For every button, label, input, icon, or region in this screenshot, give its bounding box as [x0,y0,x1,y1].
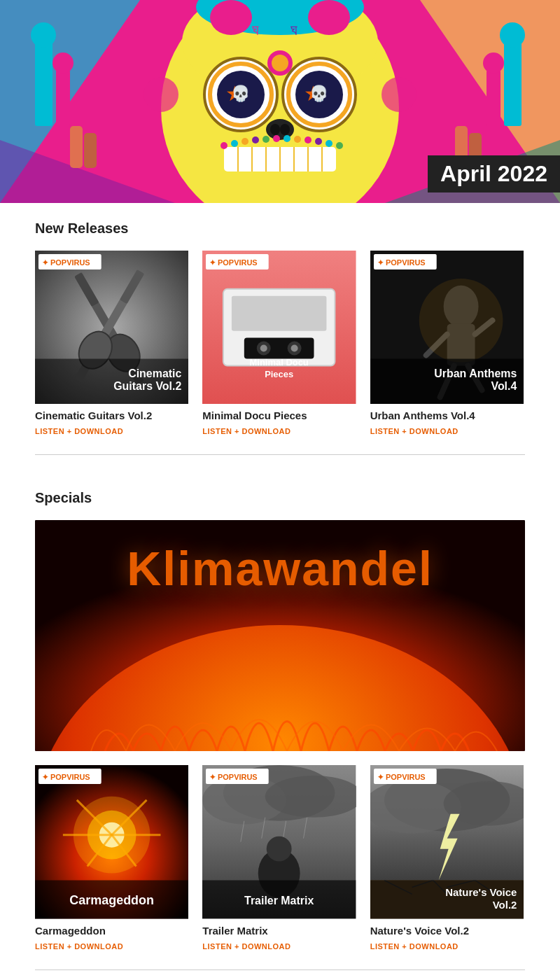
album-title-trailer: Trailer Matrix [202,925,356,937]
svg-text:Minimal Docu: Minimal Docu [250,357,309,368]
svg-point-8 [210,0,252,35]
album-title-cinematic: Cinematic Guitars Vol.2 [35,410,188,421]
svg-text:✦ POPVIRUS: ✦ POPVIRUS [209,258,258,267]
svg-point-94 [419,279,503,363]
listen-link-nature[interactable]: LISTEN + DOWNLOAD [370,942,458,951]
svg-text:💀: 💀 [231,84,251,103]
new-releases-title: New Releases [35,220,525,237]
specials-section: Specials [0,472,560,962]
svg-point-80 [260,345,267,352]
svg-point-35 [241,138,248,145]
svg-rect-78 [244,338,314,359]
svg-text:ঘ: ঘ [252,21,259,38]
svg-point-23 [270,124,280,135]
svg-point-50 [31,22,56,48]
svg-rect-55 [486,70,500,126]
svg-text:Urban Anthems: Urban Anthems [434,368,517,379]
section-divider-2 [35,969,525,970]
svg-rect-53 [504,42,522,126]
svg-text:✦ POPVIRUS: ✦ POPVIRUS [377,773,426,781]
new-releases-grid: Cinematic Guitars Vol.2 ✦ POPVIRUS Cinem… [35,251,525,437]
svg-text:Vol.2: Vol.2 [492,899,517,911]
listen-link-minimal[interactable]: LISTEN + DOWNLOAD [202,427,290,435]
album-title-nature: Nature's Voice Vol.2 [370,925,524,937]
svg-text:Nature's Voice: Nature's Voice [445,887,517,899]
svg-rect-58 [84,133,97,168]
svg-point-24 [280,124,290,135]
specials-grid: Carmageddon ✦ POPVIRUS Carmageddon LISTE… [35,765,525,951]
svg-text:✦ POPVIRUS: ✦ POPVIRUS [42,773,90,781]
svg-point-46 [382,77,416,112]
svg-text:✦ POPVIRUS: ✦ POPVIRUS [377,258,426,267]
hero-banner: ঘ ঘ ★ ★ 💀 💀 [0,0,560,203]
svg-rect-57 [70,126,83,168]
listen-link-trailer[interactable]: LISTEN + DOWNLOAD [202,942,290,951]
svg-point-127 [267,836,292,862]
svg-point-52 [52,52,74,74]
svg-point-33 [220,142,227,149]
date-badge: April 2022 [428,155,560,192]
svg-text:💀: 💀 [309,84,329,103]
svg-rect-51 [56,70,70,126]
listen-link-cinematic[interactable]: LISTEN + DOWNLOAD [35,427,123,435]
svg-text:✦ POPVIRUS: ✦ POPVIRUS [209,773,258,781]
svg-point-82 [291,345,298,352]
svg-text:Cinematic: Cinematic [128,368,181,379]
album-cover-urban: Urban Anthems Vol.4 ✦ POPVIRUS [370,251,524,404]
new-releases-section: New Releases [0,203,560,447]
svg-point-39 [284,135,290,142]
album-card-trailer: Trailer Matrix ✦ POPVIRUS Trailer Matrix… [202,765,356,951]
svg-text:Guitars Vol.2: Guitars Vol.2 [113,380,181,392]
album-title-carmageddon: Carmageddon [35,925,188,937]
listen-link-urban[interactable]: LISTEN + DOWNLOAD [370,427,458,435]
svg-text:Trailer Matrix: Trailer Matrix [244,895,314,907]
album-cover-nature: Nature's Voice Vol.2 ✦ POPVIRUS [370,765,524,918]
album-cover-carmageddon: Carmageddon ✦ POPVIRUS [35,765,188,918]
listen-link-carmageddon[interactable]: LISTEN + DOWNLOAD [35,942,123,951]
svg-text:ঘ: ঘ [290,21,298,38]
album-card-minimal: Minimal Docu Pieces ✦ POPVIRUS Minimal D… [202,251,356,437]
klimawandel-banner[interactable]: Klimawandel [35,520,525,751]
svg-point-34 [231,140,238,147]
album-cover-minimal: Minimal Docu Pieces ✦ POPVIRUS [202,251,356,404]
album-card-nature: Nature's Voice Vol.2 ✦ POPVIRUS Nature's… [370,765,524,951]
svg-text:Vol.4: Vol.4 [491,380,517,392]
svg-point-41 [304,136,312,144]
section-divider-1 [35,454,525,455]
svg-rect-77 [232,296,327,331]
svg-point-56 [483,52,504,74]
specials-title: Specials [35,490,525,506]
album-card-urban: Urban Anthems Vol.4 ✦ POPVIRUS Urban Ant… [370,251,524,437]
svg-rect-49 [35,42,52,126]
album-title-urban: Urban Anthems Vol.4 [370,410,524,421]
klimawandel-title: Klimawandel [127,542,433,595]
svg-point-48 [272,55,288,71]
svg-text:Carmageddon: Carmageddon [69,894,154,908]
album-cover-cinematic: Cinematic Guitars Vol.2 ✦ POPVIRUS [35,251,188,404]
album-card-carmageddon: Carmageddon ✦ POPVIRUS Carmageddon LISTE… [35,765,188,951]
svg-point-54 [500,22,525,48]
album-cover-trailer: Trailer Matrix ✦ POPVIRUS [202,765,356,918]
svg-point-37 [262,136,270,143]
album-card-cinematic: Cinematic Guitars Vol.2 ✦ POPVIRUS Cinem… [35,251,188,437]
svg-text:Pieces: Pieces [265,369,293,379]
svg-point-43 [326,140,332,147]
svg-point-42 [315,138,322,145]
svg-point-36 [252,136,259,144]
svg-point-45 [144,77,178,112]
svg-point-9 [308,0,350,35]
svg-text:✦ POPVIRUS: ✦ POPVIRUS [42,258,90,267]
svg-point-44 [336,142,343,149]
svg-point-38 [273,135,280,142]
svg-point-40 [294,136,301,143]
album-title-minimal: Minimal Docu Pieces [202,410,356,421]
